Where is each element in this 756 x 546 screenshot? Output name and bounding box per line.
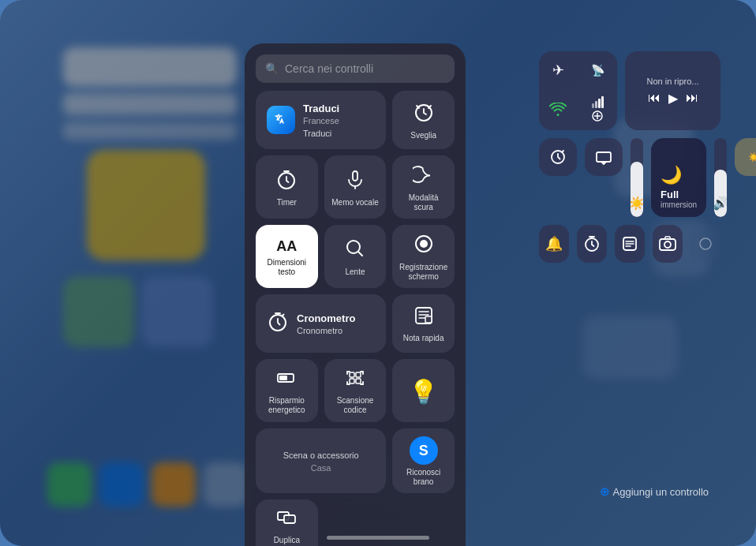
sveglia-label: Sveglia <box>410 131 436 140</box>
silent-mode-btn[interactable]: 🔔 <box>539 225 569 263</box>
search-icon: 🔍 <box>265 62 279 75</box>
screen-record-icon <box>413 233 435 260</box>
sveglia-icon <box>413 101 435 128</box>
play-btn[interactable]: ▶ <box>668 91 678 106</box>
media-player: Non in ripro... ⏮ ▶ ⏭ <box>625 51 720 130</box>
svg-rect-2 <box>597 152 611 162</box>
lente-item[interactable]: Lente <box>324 225 387 288</box>
dark-mode-label: Modalitàscura <box>409 193 439 212</box>
svg-rect-20 <box>356 372 361 377</box>
weather-btn[interactable]: ☀️ <box>735 138 756 176</box>
brightness-slider[interactable]: ☀️ <box>631 138 643 217</box>
cc-row-2: ☀️ 🌙 Full immersion 🔊 ☀️ <box>539 138 720 217</box>
screen-duplicate-icon <box>276 507 297 533</box>
svg-rect-24 <box>284 515 295 523</box>
home-indicator <box>327 536 429 540</box>
memo-label: Memo vocale <box>331 198 378 208</box>
airdrop-control-btn[interactable] <box>691 225 720 263</box>
airplane-mode-btn[interactable]: ✈ <box>539 51 577 89</box>
notes-control-btn[interactable] <box>615 225 645 263</box>
volume-slider[interactable]: 🔊 <box>714 138 727 217</box>
cell-data-btn[interactable] <box>578 91 616 129</box>
cronometro-btn: Cronometro <box>297 326 355 335</box>
controls-grid: Traduci Francese Traduci Sveglia <box>256 91 455 546</box>
registrazione-item[interactable]: Registrazioneschermo <box>392 225 455 288</box>
svg-point-7 <box>700 238 711 249</box>
airdrop-btn[interactable]: 📡 <box>578 51 616 89</box>
timer-icon <box>275 168 298 195</box>
focus-subtitle: immersion <box>661 200 697 209</box>
sveglia-item[interactable]: Sveglia <box>392 91 455 149</box>
cronometro-icon <box>267 310 289 337</box>
control-center-main: 🔍 Cerca nei controlli Traduci Francese T… <box>245 43 466 546</box>
risparmio-item[interactable]: Risparmioenergetico <box>256 359 318 422</box>
rotation-lock-btn[interactable] <box>539 138 577 176</box>
focus-mode-btn[interactable]: 🌙 Full immersion <box>651 138 706 217</box>
add-control-label: Aggiungi un controllo <box>613 486 709 498</box>
timer-btn[interactable] <box>577 225 607 263</box>
quick-note-icon <box>414 305 434 331</box>
lente-icon <box>344 237 366 264</box>
svg-point-6 <box>664 241 671 248</box>
moon-icon: 🌙 <box>661 165 682 185</box>
duplica-label: Duplicaschermo <box>271 536 301 546</box>
duplica-schermo-item[interactable]: Duplicaschermo <box>256 499 318 546</box>
nota-rapida-item[interactable]: Nota rapida <box>392 294 455 353</box>
cc-row-3: 🔔 <box>539 225 720 263</box>
traduci-label: Traduci <box>303 103 339 114</box>
qr-scan-icon <box>345 368 365 393</box>
text-size-icon: AA <box>276 238 297 255</box>
svg-rect-21 <box>350 379 354 383</box>
timer-label: Timer <box>277 198 297 208</box>
media-status: Non in ripro... <box>647 77 699 86</box>
lente-label: Lente <box>345 267 365 277</box>
shazam-icon: S <box>410 436 438 465</box>
add-control-icon: ⊕ <box>600 484 610 499</box>
riconosci-brano-item[interactable]: S Riconoscibrano <box>392 428 455 493</box>
focus-title: Full <box>661 189 679 200</box>
search-bar[interactable]: 🔍 Cerca nei controlli <box>256 54 455 83</box>
dark-mode-icon <box>413 163 435 190</box>
battery-icon <box>276 368 297 393</box>
svg-point-13 <box>420 240 428 248</box>
screen-mirror-btn[interactable] <box>585 138 623 176</box>
scansione-item[interactable]: Scansionecodice <box>324 359 387 422</box>
traduci-info: Traduci Francese Traduci <box>303 103 339 138</box>
text-size-label: Dimensionitesto <box>268 258 306 277</box>
screen-record-label: Registrazioneschermo <box>399 263 447 282</box>
search-placeholder: Cerca nei controlli <box>285 62 373 75</box>
modalita-scura-item[interactable]: Modalitàscura <box>392 155 455 219</box>
wifi-btn[interactable] <box>539 91 577 129</box>
home-light-icon: 💡 <box>409 378 438 406</box>
memo-icon <box>344 168 366 195</box>
memo-vocale-item[interactable]: Memo vocale <box>324 155 387 219</box>
riconosci-brano-label: Riconoscibrano <box>406 468 440 487</box>
traduci-btn-label: Traduci <box>303 129 339 138</box>
nota-rapida-label: Nota rapida <box>403 334 444 343</box>
media-controls: ⏮ ▶ ⏭ <box>648 91 698 106</box>
connectivity-block[interactable]: ✈ 📡 <box>539 51 617 130</box>
control-center-panel-right: ✈ 📡 <box>539 51 720 263</box>
svg-rect-16 <box>425 316 432 323</box>
scena-label: Scena o accessorio <box>283 451 359 460</box>
cronometro-title: Cronometro <box>297 312 355 324</box>
add-control-link[interactable]: ⊕ Aggiungi un controllo <box>600 484 709 499</box>
svg-rect-19 <box>350 372 354 377</box>
traduci-sublabel: Francese <box>303 116 339 125</box>
dimensioni-testo-item[interactable]: AA Dimensionitesto <box>256 225 318 288</box>
scena-accessorio-item[interactable]: Scena o accessorio Casa <box>256 428 386 493</box>
prev-btn[interactable]: ⏮ <box>648 91 661 106</box>
casa-sublabel: Casa <box>311 463 331 473</box>
translate-icon <box>267 106 295 134</box>
camera-control-btn[interactable] <box>653 225 683 263</box>
timer-item[interactable]: Timer <box>256 155 318 219</box>
risparmio-label: Risparmioenergetico <box>268 396 305 415</box>
cc-row-1: ✈ 📡 <box>539 51 720 130</box>
svg-rect-10 <box>353 171 357 181</box>
traduci-item[interactable]: Traduci Francese Traduci <box>256 91 386 149</box>
next-btn[interactable]: ⏭ <box>686 91 698 106</box>
scansione-label: Scansionecodice <box>337 396 374 415</box>
cronometro-item[interactable]: Cronometro Cronometro <box>256 294 386 353</box>
casa-home-item[interactable]: 💡 <box>392 359 455 422</box>
svg-rect-22 <box>356 379 361 383</box>
